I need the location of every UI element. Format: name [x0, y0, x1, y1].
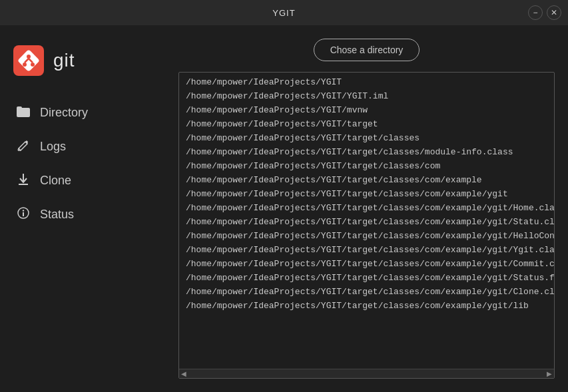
file-list-container: /home/mpower/IdeaProjects/YGIT/home/mpow… [178, 72, 555, 379]
svg-rect-10 [17, 106, 22, 110]
svg-point-16 [23, 210, 24, 211]
list-item: /home/mpower/IdeaProjects/YGIT/target/cl… [179, 159, 554, 173]
list-item: /home/mpower/IdeaProjects/YGIT/YGIT.iml [179, 89, 554, 103]
horizontal-scrollbar[interactable]: ◀ ▶ [179, 369, 554, 378]
main-layout: git Directory Logs [0, 25, 568, 392]
window-controls: − ✕ [528, 5, 561, 20]
logo-text: git [53, 50, 75, 71]
sidebar-item-clone-label: Clone [40, 174, 71, 188]
list-item: /home/mpower/IdeaProjects/YGIT/target/cl… [179, 201, 554, 215]
scroll-right-arrow[interactable]: ▶ [545, 369, 554, 379]
minimize-button[interactable]: − [528, 5, 543, 20]
list-item: /home/mpower/IdeaProjects/YGIT/target/cl… [179, 271, 554, 285]
folder-icon [16, 105, 31, 120]
list-item: /home/mpower/IdeaProjects/YGIT/target/cl… [179, 173, 554, 187]
list-item: /home/mpower/IdeaProjects/YGIT/target/cl… [179, 187, 554, 201]
file-list-scroll[interactable]: /home/mpower/IdeaProjects/YGIT/home/mpow… [179, 73, 554, 369]
logo-area: git [0, 39, 172, 96]
sidebar-item-status[interactable]: Status [0, 198, 172, 232]
sidebar-item-logs[interactable]: Logs [0, 130, 172, 164]
sidebar: git Directory Logs [0, 25, 172, 392]
list-item: /home/mpower/IdeaProjects/YGIT/mvnw [179, 103, 554, 117]
list-item: /home/mpower/IdeaProjects/YGIT/target/cl… [179, 215, 554, 229]
sidebar-item-clone[interactable]: Clone [0, 164, 172, 198]
info-icon [16, 207, 31, 222]
pencil-icon [16, 139, 31, 154]
list-item: /home/mpower/IdeaProjects/YGIT/target [179, 117, 554, 131]
list-item: /home/mpower/IdeaProjects/YGIT/target/cl… [179, 285, 554, 299]
svg-point-5 [27, 55, 31, 59]
scroll-left-arrow[interactable]: ◀ [179, 369, 188, 379]
list-item: /home/mpower/IdeaProjects/YGIT/target/cl… [179, 131, 554, 145]
sidebar-item-directory[interactable]: Directory [0, 96, 172, 130]
list-item: /home/mpower/IdeaProjects/YGIT/target/cl… [179, 229, 554, 243]
list-item: /home/mpower/IdeaProjects/YGIT/target/cl… [179, 243, 554, 257]
sidebar-item-directory-label: Directory [40, 106, 88, 120]
sidebar-item-status-label: Status [40, 208, 74, 222]
close-button[interactable]: ✕ [547, 5, 561, 20]
title-bar: YGIT − ✕ [0, 0, 568, 25]
app-title: YGIT [272, 8, 295, 18]
svg-point-4 [31, 63, 35, 67]
list-item: /home/mpower/IdeaProjects/YGIT [179, 75, 554, 89]
list-item: /home/mpower/IdeaProjects/YGIT/target/cl… [179, 145, 554, 159]
file-list: /home/mpower/IdeaProjects/YGIT/home/mpow… [179, 73, 554, 315]
list-item: /home/mpower/IdeaProjects/YGIT/target/cl… [179, 257, 554, 271]
scroll-track[interactable] [188, 369, 545, 378]
content-area: Chose a directory /home/mpower/IdeaProje… [172, 25, 568, 392]
choose-directory-button[interactable]: Chose a directory [314, 39, 420, 61]
list-item: /home/mpower/IdeaProjects/YGIT/target/cl… [179, 299, 554, 313]
download-icon [16, 173, 31, 188]
sidebar-item-logs-label: Logs [40, 140, 66, 154]
git-logo-icon [13, 45, 44, 76]
